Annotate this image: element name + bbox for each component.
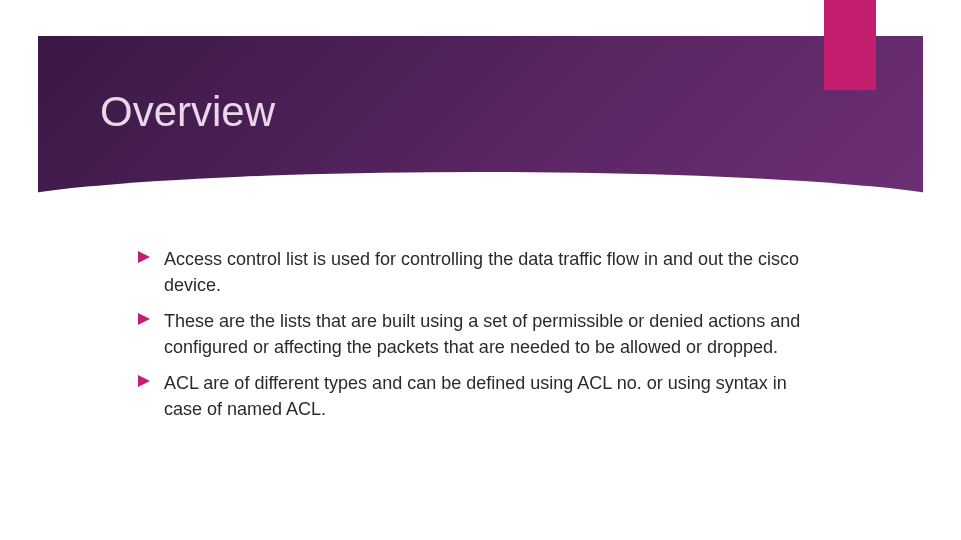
bullet-text: Access control list is used for controll… (164, 246, 823, 298)
list-item: These are the lists that are built using… (138, 308, 823, 360)
presentation-slide: Overview Access control list is used for… (38, 36, 923, 540)
list-item: ACL are of different types and can be de… (138, 370, 823, 422)
slide-content: Access control list is used for controll… (38, 211, 923, 423)
slide-header: Overview (38, 36, 923, 211)
list-item: Access control list is used for controll… (138, 246, 823, 298)
play-bullet-icon (138, 251, 152, 265)
bullet-list: Access control list is used for controll… (138, 246, 823, 423)
slide-title: Overview (100, 88, 275, 136)
svg-marker-0 (138, 251, 150, 263)
bullet-text: These are the lists that are built using… (164, 308, 823, 360)
svg-marker-1 (138, 313, 150, 325)
play-bullet-icon (138, 375, 152, 389)
svg-marker-2 (138, 375, 150, 387)
bullet-text: ACL are of different types and can be de… (164, 370, 823, 422)
play-bullet-icon (138, 313, 152, 327)
accent-tab (824, 0, 876, 90)
